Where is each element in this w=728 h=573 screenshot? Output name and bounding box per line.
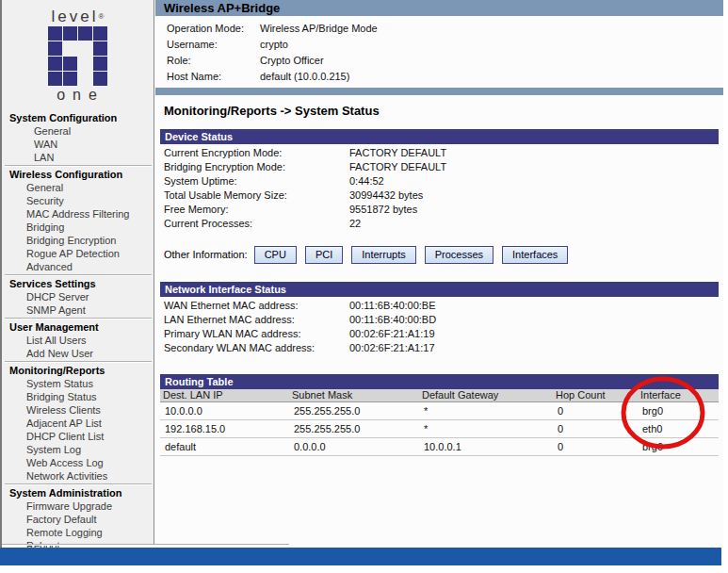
sidebar-section-title: Monitoring/Reports	[2, 364, 154, 377]
logo-text-level: level®	[2, 8, 154, 25]
subnet-mask-cell: 255.255.255.0	[289, 419, 419, 437]
pci-button[interactable]: PCI	[305, 246, 343, 264]
logo-text-one: one	[2, 87, 154, 103]
logo-cell	[48, 72, 62, 86]
status-value: FACTORY DEFAULT	[349, 146, 446, 160]
table-row: default 0.0.0.0 10.0.0.1 0 brg0	[160, 437, 719, 455]
column-header-default-gateway: Default Gateway	[419, 389, 553, 401]
sidebar-item-factory-default[interactable]: Factory Default	[2, 513, 154, 526]
sidebar-menu: System Configuration General WAN LAN Wir…	[2, 111, 154, 565]
sidebar-item-lan[interactable]: LAN	[2, 151, 154, 164]
sidebar-item-snmp-agent[interactable]: SNMP Agent	[2, 303, 154, 317]
status-label: Total Usable Memory Size:	[164, 188, 349, 203]
footer-bar	[0, 548, 721, 565]
processes-button[interactable]: Processes	[425, 246, 493, 264]
network-interface-rows: WAN Ethernet MAC address:00:11:6B:40:00:…	[155, 297, 723, 355]
sidebar-item-wireless-clients[interactable]: Wireless Clients	[2, 403, 154, 417]
status-value: 9551872 bytes	[349, 203, 417, 217]
sidebar-bottom-divider	[2, 544, 289, 546]
username-value: crypto	[260, 37, 288, 53]
routing-table: Dest. LAN IP Subnet Mask Default Gateway…	[160, 389, 719, 456]
sidebar-item-bridging-status[interactable]: Bridging Status	[2, 390, 154, 403]
device-status-header: Device Status	[160, 129, 719, 144]
router-admin-page: level® one System Configuration General …	[0, 0, 728, 573]
sidebar-item-bridging[interactable]: Bridging	[2, 221, 154, 234]
hop-count-cell: 0	[553, 419, 638, 437]
sidebar-section-title: User Management	[2, 320, 154, 334]
page-title: Monitoring/Reports -> System Status	[164, 104, 723, 119]
hop-count-cell: 0	[553, 437, 638, 455]
interfaces-button[interactable]: Interfaces	[502, 246, 568, 264]
sidebar-item-system-log[interactable]: System Log	[2, 443, 154, 456]
sidebar-section-title: Wireless Configuration	[2, 168, 154, 181]
sidebar-item-firmware-upgrade[interactable]: Firmware Upgrade	[2, 499, 154, 513]
status-row: Current Processes:22	[155, 217, 723, 231]
sidebar: level® one System Configuration General …	[2, 0, 154, 544]
routing-table-header: Routing Table	[160, 374, 719, 389]
info-label: Username:	[167, 37, 260, 53]
logo-cell	[93, 41, 107, 56]
status-value: FACTORY DEFAULT	[349, 160, 446, 174]
sidebar-section-system-configuration: System Configuration General WAN LAN	[2, 111, 154, 164]
dest-lan-ip-cell: 192.168.15.0	[160, 419, 289, 437]
sidebar-item-remote-logging[interactable]: Remote Logging	[2, 526, 154, 539]
default-gateway-cell: 10.0.0.1	[419, 437, 553, 455]
cpu-button[interactable]: CPU	[254, 246, 297, 264]
sidebar-item-network-activities[interactable]: Network Activities	[2, 469, 154, 483]
sidebar-item-advanced[interactable]: Advanced	[2, 260, 154, 273]
column-header-interface: Interface	[638, 389, 719, 401]
status-label: Current Processes:	[164, 217, 349, 231]
sidebar-item-wan[interactable]: WAN	[2, 138, 154, 151]
sidebar-item-bridging-encryption[interactable]: Bridging Encryption	[2, 234, 154, 247]
sidebar-item-system-status[interactable]: System Status	[2, 377, 154, 390]
logo-pixel-grid	[47, 26, 108, 86]
status-label: Current Encryption Mode:	[164, 146, 349, 160]
logo-level-text: level	[52, 8, 99, 25]
column-header-hop-count: Hop Count	[553, 389, 638, 401]
logo-cell	[78, 26, 92, 41]
sidebar-item-web-access-log[interactable]: Web Access Log	[2, 456, 154, 469]
status-row: LAN Ethernet MAC address:00:11:6B:40:00:…	[155, 313, 723, 327]
logo-cell	[63, 41, 77, 56]
sidebar-item-mac-address-filtering[interactable]: MAC Address Filtering	[2, 207, 154, 221]
logo-cell	[93, 72, 107, 86]
sidebar-separator	[5, 165, 152, 167]
header-divider-bar	[155, 88, 723, 95]
logo-cell	[63, 26, 77, 41]
sidebar-separator	[5, 318, 152, 319]
app-title: Wireless AP+Bridge	[164, 1, 280, 15]
info-label: Operation Mode:	[167, 21, 260, 37]
device-status-rows: Current Encryption Mode:FACTORY DEFAULT …	[155, 144, 723, 231]
sidebar-item-system-general[interactable]: General	[2, 124, 154, 138]
logo-cell	[48, 57, 62, 71]
status-label: Primary WLAN MAC address:	[164, 327, 349, 341]
status-label: Secondary WLAN MAC address:	[164, 341, 349, 355]
status-label: LAN Ethernet MAC address:	[164, 313, 349, 327]
logo-cell	[63, 57, 77, 71]
sidebar-item-dhcp-server[interactable]: DHCP Server	[2, 290, 154, 303]
operation-mode-value: Wireless AP/Bridge Mode	[260, 21, 378, 37]
interrupts-button[interactable]: Interrupts	[351, 246, 415, 264]
sidebar-item-adjacent-ap-list[interactable]: Adjacent AP List	[2, 417, 154, 430]
info-row: Host Name: default (10.0.0.215)	[155, 69, 723, 85]
sidebar-item-list-all-users[interactable]: List All Users	[2, 334, 154, 347]
logo-cell	[78, 41, 92, 56]
sidebar-separator	[5, 483, 152, 485]
sidebar-item-add-new-user[interactable]: Add New User	[2, 347, 154, 360]
sidebar-item-dhcp-client-list[interactable]: DHCP Client List	[2, 430, 154, 443]
session-info: Operation Mode: Wireless AP/Bridge Mode …	[155, 16, 723, 85]
sidebar-item-wireless-general[interactable]: General	[2, 181, 154, 194]
status-row: Secondary WLAN MAC address:00:02:6F:21:A…	[155, 341, 723, 355]
sidebar-section-title: Services Settings	[2, 277, 154, 290]
status-row: System Uptime:0:44:52	[155, 174, 723, 188]
other-information-row: Other Information: CPU PCI Interrupts Pr…	[164, 244, 723, 265]
sidebar-item-security[interactable]: Security	[2, 194, 154, 207]
mac-address-value: 00:11:6B:40:00:BE	[349, 299, 436, 313]
app-title-bar: Wireless AP+Bridge	[155, 0, 723, 16]
sidebar-section-title: System Configuration	[2, 111, 154, 124]
network-interface-status-section: Network Interface Status WAN Ethernet MA…	[155, 282, 723, 355]
sidebar-section-user-management: User Management List All Users Add New U…	[2, 320, 154, 360]
network-interface-status-header: Network Interface Status	[160, 282, 719, 297]
table-row: 10.0.0.0 255.255.255.0 * 0 brg0	[160, 401, 719, 419]
sidebar-item-rogue-ap-detection[interactable]: Rogue AP Detection	[2, 247, 154, 260]
